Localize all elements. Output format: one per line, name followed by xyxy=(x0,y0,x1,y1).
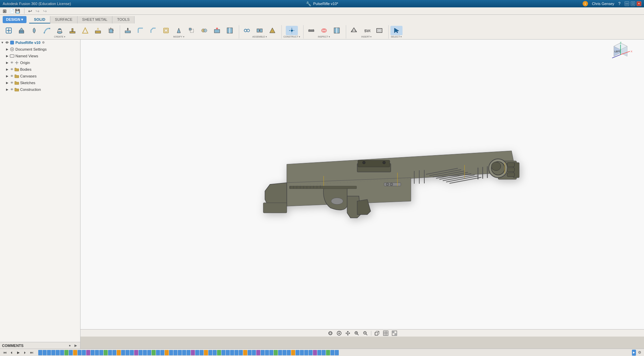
assemble-label[interactable]: ASSEMBLE ▾ xyxy=(252,36,267,38)
timeline-item[interactable] xyxy=(73,350,77,355)
combine-btn[interactable] xyxy=(198,26,210,35)
timeline-item[interactable] xyxy=(239,350,243,355)
timeline-item[interactable] xyxy=(43,350,47,355)
timeline-item[interactable] xyxy=(99,350,103,355)
close-btn[interactable]: ✕ xyxy=(637,1,641,6)
tab-surface[interactable]: SURFACE xyxy=(50,16,77,23)
timeline-play-btn[interactable]: ▶ xyxy=(15,350,21,356)
draft-btn[interactable] xyxy=(173,26,185,35)
timeline-rewind-btn[interactable]: ⏮ xyxy=(2,350,8,356)
timeline-item[interactable] xyxy=(300,350,304,355)
sketches-expand-icon[interactable]: ▶ xyxy=(5,80,9,85)
sketches-eye-icon[interactable]: 👁 xyxy=(9,80,14,85)
timeline-item[interactable] xyxy=(230,350,234,355)
tree-root-item[interactable]: ▼ 👁 PulseRifle v10 ⚙ xyxy=(0,39,80,46)
extrude-btn[interactable] xyxy=(15,26,28,35)
doc-settings-expand-icon[interactable]: ▶ xyxy=(5,47,9,52)
timeline-item[interactable] xyxy=(56,350,60,355)
section-analysis-btn[interactable] xyxy=(331,26,343,35)
web-btn[interactable] xyxy=(79,26,91,35)
new-component-btn[interactable] xyxy=(3,26,15,35)
tab-sheet-metal[interactable]: SHEET METAL xyxy=(77,16,112,23)
select-btn[interactable] xyxy=(390,26,402,35)
move-copy-btn[interactable] xyxy=(105,26,117,35)
fillet-btn[interactable] xyxy=(135,26,147,35)
timeline-item[interactable] xyxy=(291,350,295,355)
construction-eye-icon[interactable]: 👁 xyxy=(9,87,14,92)
tree-named-views[interactable]: ▶ Named Views xyxy=(0,53,80,59)
modify-label[interactable]: MODIFY ▾ xyxy=(173,36,184,38)
timeline-item[interactable] xyxy=(139,350,143,355)
insert-svg-btn[interactable]: SVG xyxy=(361,26,373,35)
bodies-eye-icon[interactable]: 👁 xyxy=(9,67,14,72)
timeline-item[interactable] xyxy=(287,350,291,355)
canvases-eye-icon[interactable]: 👁 xyxy=(9,74,14,78)
timeline-item[interactable] xyxy=(309,350,313,355)
timeline-item[interactable] xyxy=(38,350,42,355)
interference-btn[interactable] xyxy=(318,26,330,35)
orbit-btn[interactable] xyxy=(327,330,334,336)
timeline-item[interactable] xyxy=(313,350,317,355)
timeline-item[interactable] xyxy=(51,350,55,355)
rigid-group-btn[interactable] xyxy=(254,26,266,35)
timeline-item[interactable] xyxy=(278,350,282,355)
grid-toggle-btn[interactable] xyxy=(382,330,389,336)
origin-expand-icon[interactable]: ▶ xyxy=(5,60,9,65)
tree-canvases[interactable]: ▶ 👁 Canvases xyxy=(0,73,80,79)
timeline-item[interactable] xyxy=(252,350,256,355)
timeline-item[interactable] xyxy=(82,350,86,355)
timeline-item[interactable] xyxy=(117,350,121,355)
timeline-item[interactable] xyxy=(304,350,308,355)
look-at-btn[interactable] xyxy=(335,330,343,336)
select-label[interactable]: SELECT ▾ xyxy=(391,36,402,38)
timeline-item[interactable] xyxy=(169,350,173,355)
timeline-item[interactable] xyxy=(248,350,252,355)
replace-face-btn[interactable] xyxy=(211,26,223,35)
press-pull-btn[interactable] xyxy=(122,26,134,35)
save-icon[interactable]: 💾 xyxy=(15,9,20,13)
named-views-expand-icon[interactable]: ▶ xyxy=(5,54,9,58)
timeline-item[interactable] xyxy=(208,350,212,355)
timeline-item[interactable] xyxy=(221,350,225,355)
timeline-item[interactable] xyxy=(296,350,300,355)
timeline-item[interactable] xyxy=(261,350,265,355)
timeline-item[interactable] xyxy=(47,350,51,355)
timeline-item[interactable] xyxy=(147,350,151,355)
timeline-item[interactable] xyxy=(77,350,82,355)
sweep-btn[interactable] xyxy=(41,26,53,35)
timeline-item[interactable] xyxy=(125,350,129,355)
zoom-in-btn[interactable] xyxy=(353,330,360,336)
timeline-item[interactable] xyxy=(204,350,208,355)
root-settings-icon[interactable]: ⚙ xyxy=(42,41,45,44)
user-notifications[interactable]: 1 xyxy=(583,1,588,6)
comments-circle-btn[interactable]: ● xyxy=(67,343,72,348)
timeline-item[interactable] xyxy=(104,350,108,355)
scale-btn[interactable] xyxy=(185,26,198,35)
timeline-item[interactable] xyxy=(335,350,339,355)
timeline-item[interactable] xyxy=(64,350,68,355)
timeline-end-marker[interactable]: ▶ xyxy=(632,350,636,356)
insert-label[interactable]: INSERT ▾ xyxy=(361,36,372,38)
timeline-item[interactable] xyxy=(226,350,230,355)
timeline-item[interactable] xyxy=(274,350,278,355)
timeline-item[interactable] xyxy=(178,350,182,355)
tree-doc-settings[interactable]: ▶ Document Settings xyxy=(0,46,80,53)
create-label[interactable]: CREATE ▾ xyxy=(54,36,65,38)
timeline-item[interactable] xyxy=(330,350,334,355)
timeline-item[interactable] xyxy=(60,350,64,355)
split-face-btn[interactable] xyxy=(224,26,236,35)
design-btn[interactable]: DESIGN ▾ xyxy=(3,16,26,23)
inspect-label[interactable]: INSPECT ▾ xyxy=(318,36,330,38)
construct-main-btn[interactable] xyxy=(286,26,298,35)
measure-btn[interactable] xyxy=(305,26,317,35)
timeline-next-btn[interactable]: ⏵ xyxy=(22,350,28,356)
timeline-item[interactable] xyxy=(156,350,160,355)
bodies-expand-icon[interactable]: ▶ xyxy=(5,67,9,72)
zoom-out-btn[interactable] xyxy=(362,330,369,336)
display-mode-btn[interactable] xyxy=(391,330,398,336)
grid-icon[interactable]: ⊞ xyxy=(3,8,7,14)
insert-canvas-btn[interactable] xyxy=(373,26,385,35)
timeline-item[interactable] xyxy=(269,350,273,355)
timeline-item[interactable] xyxy=(160,350,164,355)
timeline-item[interactable] xyxy=(322,350,326,355)
